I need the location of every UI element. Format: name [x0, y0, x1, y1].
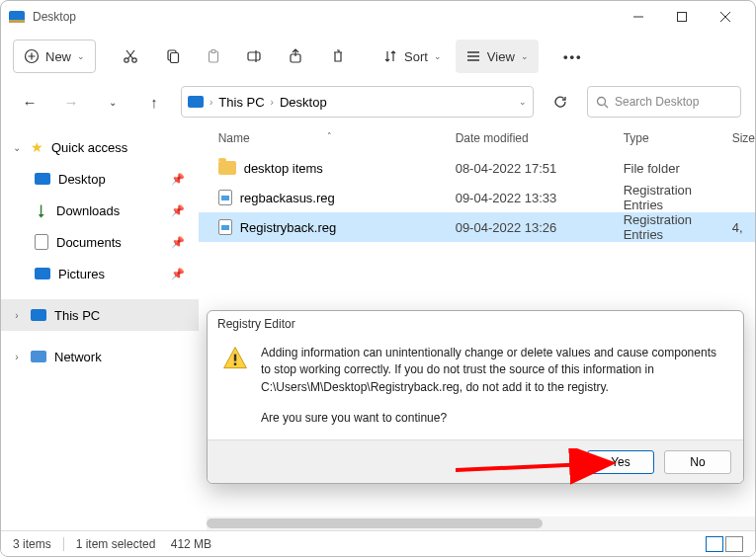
close-button[interactable] — [704, 2, 747, 32]
pin-icon: 📌 — [171, 236, 185, 249]
plus-circle-icon — [24, 48, 40, 64]
pc-icon — [31, 309, 46, 321]
new-button[interactable]: New ⌄ — [13, 40, 96, 73]
file-date: 09-04-2022 13:26 — [456, 220, 624, 235]
chevron-down-icon: ⌄ — [77, 51, 85, 61]
col-type[interactable]: Type — [624, 131, 649, 145]
search-input[interactable]: Search Desktop — [587, 86, 741, 118]
share-button[interactable] — [278, 40, 315, 73]
column-header[interactable]: Name˄ Date modified Type Size — [199, 123, 755, 153]
sidebar-item-desktop[interactable]: Desktop 📌 — [1, 163, 199, 195]
file-row[interactable]: regbackasus.reg 09-04-2022 13:33 Registr… — [199, 183, 755, 212]
chevron-down-icon[interactable]: ⌄ — [519, 97, 527, 107]
sidebar-label: Network — [54, 350, 102, 364]
sidebar-label: Quick access — [51, 140, 127, 155]
sidebar-label: Pictures — [58, 267, 105, 281]
sidebar-item-this-pc[interactable]: › This PC — [1, 299, 199, 331]
document-icon — [35, 234, 48, 250]
minimize-button[interactable] — [617, 2, 660, 32]
file-row-selected[interactable]: Registryback.reg 09-04-2022 13:26 Regist… — [199, 212, 755, 242]
chevron-right-icon: › — [210, 97, 212, 108]
refresh-button[interactable] — [546, 87, 575, 117]
breadcrumb-root[interactable]: This PC — [218, 95, 264, 110]
sidebar-label: Desktop — [58, 172, 106, 187]
refresh-icon — [552, 94, 568, 110]
maximize-button[interactable] — [660, 2, 704, 32]
svg-rect-23 — [234, 355, 236, 361]
svg-rect-24 — [234, 362, 236, 365]
breadcrumb[interactable]: › This PC › Desktop ⌄ — [181, 86, 534, 118]
forward-button[interactable]: → — [56, 87, 86, 117]
pictures-icon — [35, 268, 50, 279]
svg-line-10 — [126, 50, 133, 59]
view-mode-switch[interactable] — [706, 536, 743, 552]
svg-line-9 — [128, 50, 135, 59]
details-view-button[interactable] — [706, 536, 723, 552]
file-type: File folder — [624, 161, 732, 176]
chevron-down-icon: ⌄ — [11, 142, 23, 153]
new-label: New — [45, 49, 71, 64]
pin-icon: 📌 — [171, 173, 185, 186]
address-row: ← → ⌄ ↑ › This PC › Desktop ⌄ Search Des… — [1, 80, 755, 123]
sidebar-label: Documents — [56, 235, 122, 250]
file-row[interactable]: desktop items 08-04-2022 17:51 File fold… — [199, 153, 755, 183]
sidebar-label: Downloads — [56, 203, 120, 218]
file-name: desktop items — [244, 161, 323, 176]
back-button[interactable]: ← — [15, 87, 44, 117]
sidebar-item-pictures[interactable]: Pictures 📌 — [1, 258, 199, 289]
col-date[interactable]: Date modified — [456, 131, 529, 145]
view-button[interactable]: View ⌄ — [456, 40, 539, 73]
dialog-message: Adding information can unintentionally c… — [261, 345, 729, 396]
sort-label: Sort — [404, 49, 428, 64]
svg-rect-15 — [248, 52, 260, 60]
svg-rect-14 — [211, 50, 215, 53]
file-date: 08-04-2022 17:51 — [456, 161, 624, 176]
sort-button[interactable]: Sort ⌄ — [373, 40, 452, 73]
col-name[interactable]: Name — [218, 131, 250, 145]
sidebar-item-network[interactable]: › Network — [1, 341, 199, 372]
horizontal-scrollbar[interactable] — [207, 517, 755, 530]
breadcrumb-current[interactable]: Desktop — [280, 95, 327, 110]
sidebar-item-downloads[interactable]: ⭣ Downloads 📌 — [1, 195, 199, 226]
col-size[interactable]: Size — [732, 131, 755, 145]
network-icon — [31, 351, 46, 362]
registry-dialog: Registry Editor Adding information can u… — [207, 310, 744, 484]
copy-icon — [164, 48, 180, 64]
file-type: Registration Entries — [624, 212, 732, 242]
paste-button[interactable] — [195, 40, 232, 73]
view-icon — [465, 48, 481, 64]
sidebar: ⌄ ★ Quick access Desktop 📌 ⭣ Downloads 📌… — [1, 123, 199, 530]
svg-rect-12 — [171, 53, 179, 63]
scissors-icon — [122, 47, 139, 65]
icons-view-button[interactable] — [725, 536, 743, 552]
search-icon — [596, 96, 609, 109]
sort-asc-icon: ˄ — [327, 131, 332, 141]
yes-button[interactable]: Yes — [587, 450, 654, 474]
toolbar: New ⌄ Sort ⌄ View ⌄ ••• — [1, 33, 755, 80]
pin-icon: 📌 — [171, 204, 185, 217]
history-chevron[interactable]: ⌄ — [98, 87, 127, 117]
sidebar-quick-access[interactable]: ⌄ ★ Quick access — [1, 131, 199, 163]
chevron-right-icon: › — [11, 352, 23, 362]
delete-button[interactable] — [319, 40, 357, 73]
share-icon — [288, 48, 305, 64]
up-button[interactable]: ↑ — [139, 87, 169, 117]
dialog-question: Are you sure you want to continue? — [261, 410, 729, 427]
status-bar: 3 items 1 item selected 412 MB — [1, 530, 755, 556]
scrollbar-thumb[interactable] — [207, 518, 543, 528]
trash-icon — [330, 48, 346, 64]
copy-button[interactable] — [153, 40, 191, 73]
no-button[interactable]: No — [664, 450, 731, 474]
reg-file-icon — [218, 190, 232, 205]
status-size: 412 MB — [171, 537, 211, 551]
file-type: Registration Entries — [624, 183, 732, 212]
sidebar-item-documents[interactable]: Documents 📌 — [1, 226, 199, 258]
clipboard-icon — [206, 48, 221, 64]
star-icon: ★ — [31, 139, 43, 155]
download-icon: ⭣ — [35, 202, 48, 218]
desktop-icon — [35, 173, 50, 185]
more-button[interactable]: ••• — [554, 40, 592, 73]
rename-button[interactable] — [236, 40, 274, 73]
cut-button[interactable] — [112, 40, 149, 73]
window-title: Desktop — [33, 10, 76, 24]
